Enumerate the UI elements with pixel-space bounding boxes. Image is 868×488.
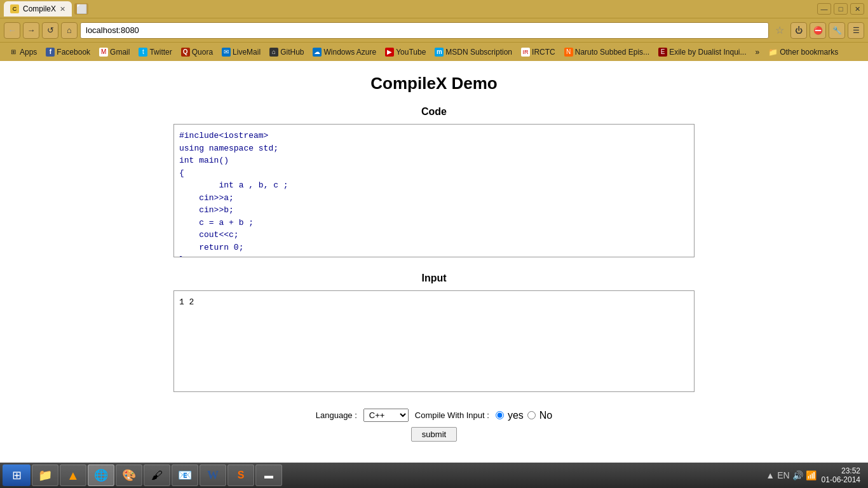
language-label: Language : <box>316 410 357 420</box>
bookmark-exile[interactable]: E Exile by Dualist Inqui... <box>654 46 750 58</box>
chevron-up-icon[interactable]: ▲ <box>766 470 775 480</box>
maximize-button[interactable]: □ <box>834 3 848 15</box>
taskbar-sublime[interactable]: S <box>227 464 254 486</box>
new-tab-button[interactable]: ⬜ <box>74 3 88 15</box>
taskbar-chrome[interactable]: 🌐 <box>88 464 114 486</box>
bookmark-apps[interactable]: ⊞ Apps <box>5 46 41 58</box>
bookmark-star-button[interactable]: ☆ <box>771 22 788 39</box>
network-icon[interactable]: 📶 <box>806 470 817 480</box>
power-button[interactable]: ⏻ <box>790 22 807 39</box>
sublime-icon: S <box>238 470 245 481</box>
bookmark-youtube[interactable]: ▶ YouTube <box>381 46 430 58</box>
speaker-icon[interactable]: 🔊 <box>792 470 803 480</box>
exile-favicon: E <box>658 48 667 57</box>
input-textarea[interactable]: 1 2 <box>173 290 695 392</box>
clock-date: 01-06-2014 <box>822 475 860 484</box>
address-text: localhost:8080 <box>86 25 139 35</box>
submit-button[interactable]: submit <box>411 427 457 442</box>
ad-block-button[interactable]: ⛔ <box>810 22 826 39</box>
taskbar-vlc[interactable]: ▲ <box>60 464 86 486</box>
address-bar[interactable]: localhost:8080 <box>80 22 769 39</box>
code-section-label: Code <box>421 106 447 118</box>
title-bar: C CompileX ✕ ⬜ — □ ✕ <box>0 0 868 18</box>
bookmark-other-label: Other bookmarks <box>780 48 838 57</box>
bookmark-azure[interactable]: ☁ Windows Azure <box>309 46 380 58</box>
controls-row: Language : C++ C Java Python Compile Wit… <box>316 409 552 422</box>
home-button[interactable]: ⌂ <box>61 22 78 39</box>
radio-yes[interactable] <box>496 411 504 419</box>
gmail-favicon: M <box>99 48 108 57</box>
window-controls: — □ ✕ <box>817 3 864 15</box>
msdn-favicon: m <box>435 48 444 57</box>
start-icon: ⊞ <box>12 468 22 482</box>
bookmark-github-label: GitHub <box>280 48 304 57</box>
explorer-icon: 📁 <box>38 468 52 482</box>
bookmark-github[interactable]: ⌂ GitHub <box>266 46 308 58</box>
tab-title: CompileX <box>23 4 56 13</box>
back-button[interactable]: ← <box>4 22 20 39</box>
extension-button[interactable]: 🔧 <box>829 22 845 39</box>
bookmark-irctc-label: IRCTC <box>532 48 555 57</box>
taskbar-word[interactable]: W <box>200 464 226 486</box>
tab-favicon: C <box>10 4 19 13</box>
code-section: Code #include<iostream> using namespace … <box>13 106 855 260</box>
code-textarea[interactable]: #include<iostream> using namespace std; … <box>173 124 695 257</box>
code-textarea-wrapper: #include<iostream> using namespace std; … <box>173 124 695 260</box>
language-select[interactable]: C++ C Java Python <box>363 409 409 422</box>
taskbar-clock[interactable]: 23:52 01-06-2014 <box>822 466 860 484</box>
taskbar-explorer[interactable]: 📁 <box>32 464 58 486</box>
radio-no[interactable] <box>527 411 536 419</box>
bookmarks-more-button[interactable]: » <box>752 46 764 58</box>
bookmark-msdn[interactable]: m MSDN Subscription <box>431 46 516 58</box>
livemail-favicon: ✉ <box>222 48 231 57</box>
bookmark-livemail[interactable]: ✉ LiveMail <box>218 46 264 58</box>
pinball-icon: 🎨 <box>122 468 136 482</box>
bookmark-irctc[interactable]: IR IRCTC <box>517 46 559 58</box>
bookmark-naruto[interactable]: N Naruto Subbed Epis... <box>560 46 653 58</box>
taskbar-cmd[interactable]: ▬ <box>255 464 282 486</box>
language-icon[interactable]: EN <box>777 470 789 480</box>
taskbar-paint[interactable]: 🖌 <box>144 464 170 486</box>
tab-close-btn[interactable]: ✕ <box>60 5 65 13</box>
chrome-icon: 🌐 <box>94 468 108 482</box>
bookmark-twitter[interactable]: t Twitter <box>135 46 175 58</box>
bookmark-facebook-label: Facebook <box>57 48 90 57</box>
bookmark-naruto-label: Naruto Subbed Epis... <box>575 48 649 57</box>
browser-tab[interactable]: C CompileX ✕ <box>4 1 72 17</box>
taskbar-system-icons: ▲ EN 🔊 📶 <box>766 470 816 480</box>
taskbar-outlook[interactable]: 📧 <box>172 464 198 486</box>
page-title: CompileX Demo <box>370 74 497 93</box>
naruto-favicon: N <box>564 48 573 57</box>
facebook-favicon: f <box>46 48 55 57</box>
bookmark-youtube-label: YouTube <box>396 48 426 57</box>
bookmark-apps-label: Apps <box>20 48 37 57</box>
quora-favicon: Q <box>181 48 190 57</box>
cmd-icon: ▬ <box>264 470 273 480</box>
outlook-icon: 📧 <box>178 468 192 482</box>
bookmark-livemail-label: LiveMail <box>233 48 261 57</box>
minimize-button[interactable]: — <box>817 3 831 15</box>
radio-no-label: No <box>539 410 552 421</box>
close-button[interactable]: ✕ <box>850 3 864 15</box>
taskbar-pinball[interactable]: 🎨 <box>116 464 142 486</box>
reload-button[interactable]: ↺ <box>42 22 58 39</box>
bookmark-facebook[interactable]: f Facebook <box>42 46 94 58</box>
youtube-favicon: ▶ <box>385 48 394 57</box>
menu-button[interactable]: ☰ <box>848 22 864 39</box>
input-section: Input 1 2 <box>13 273 855 395</box>
apps-favicon: ⊞ <box>9 48 18 57</box>
bookmark-other[interactable]: 📁 Other bookmarks <box>764 46 842 58</box>
start-button[interactable]: ⊞ <box>3 464 31 486</box>
bookmark-quora[interactable]: Q Quora <box>177 46 217 58</box>
azure-favicon: ☁ <box>313 48 322 57</box>
paint-icon: 🖌 <box>151 469 163 482</box>
twitter-favicon: t <box>139 48 147 57</box>
taskbar-right: ▲ EN 🔊 📶 23:52 01-06-2014 <box>766 466 865 484</box>
taskbar: ⊞ 📁 ▲ 🌐 🎨 🖌 📧 W S ▬ ▲ EN 🔊 📶 23:52 01-06… <box>0 463 868 488</box>
github-favicon: ⌂ <box>269 48 278 57</box>
radio-yes-label: yes <box>508 410 524 421</box>
bookmark-gmail[interactable]: M Gmail <box>95 46 133 58</box>
forward-button[interactable]: → <box>23 22 39 39</box>
compile-with-input-label: Compile With Input : <box>415 410 489 420</box>
bookmark-other-icon: 📁 <box>768 48 778 57</box>
